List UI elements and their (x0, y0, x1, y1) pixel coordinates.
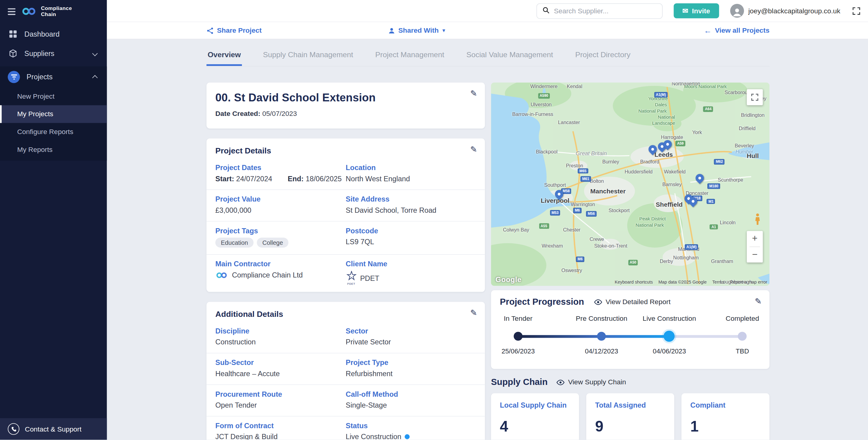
step-label: In Tender (504, 315, 533, 325)
progression-track (500, 335, 761, 338)
tab-project-management[interactable]: Project Management (374, 51, 445, 66)
map[interactable]: WindermereKendalNorthallertonMoors Natio… (491, 83, 770, 286)
step-dot (514, 332, 523, 341)
step-date: 04/12/2023 (585, 347, 618, 355)
search-box[interactable] (536, 3, 662, 19)
report-map-error-link[interactable]: Report a map error (730, 280, 767, 285)
app-logo[interactable]: Compliance Chain (21, 5, 72, 18)
sidebar-item-label: Dashboard (25, 30, 60, 38)
user-menu[interactable]: joey@blackcapitalgroup.co.uk (730, 4, 840, 18)
right-column: WindermereKendalNorthallertonMoors Natio… (491, 83, 770, 440)
sidebar-item-suppliers[interactable]: Suppliers (0, 43, 107, 63)
dates-value: Start: 24/07/2024 End: 18/06/2025 (215, 175, 346, 183)
eye-icon (557, 379, 565, 385)
details-row-value-site: Project Value £3,000,000 Site Address St… (207, 189, 485, 221)
additional-row-procurement-calloff: Procurement Route Open Tender Call-off M… (207, 384, 485, 416)
dates-label: Project Dates (215, 164, 346, 172)
tab-supply-chain-management[interactable]: Supply Chain Management (262, 51, 354, 66)
sidebar-item-my-reports[interactable]: My Reports (0, 141, 107, 158)
action-bar: Share Project Shared With ▾ ← View all P… (107, 22, 868, 39)
edit-title-icon[interactable]: ✎ (470, 89, 477, 99)
local-supply-chain-card[interactable]: Local Supply Chain 4 (491, 393, 579, 440)
sidebar-item-label: Projects (27, 72, 53, 81)
sidebar-item-label: New Project (17, 92, 55, 100)
edit-additional-icon[interactable]: ✎ (470, 308, 477, 318)
shared-with-button[interactable]: Shared With ▾ (388, 27, 445, 34)
supply-chain-cards: Local Supply Chain 4 Total Assigned 9 Co… (491, 393, 770, 440)
menu-icon[interactable] (8, 8, 16, 15)
search-input[interactable] (554, 7, 656, 15)
keyboard-shortcuts-link[interactable]: Keyboard shortcuts (615, 280, 653, 285)
map-label: Barnsley (662, 181, 682, 187)
date-created-label: Date Created: (215, 110, 260, 117)
map-label: Southport (545, 182, 566, 188)
road-badge: M53 (550, 210, 560, 215)
mail-icon: ✉ (682, 7, 688, 15)
discipline-label: Discipline (215, 327, 346, 335)
sidebar-item-dashboard[interactable]: Dashboard (0, 24, 107, 43)
suppliers-icon (8, 49, 18, 58)
project-details-card: ✎ Project Details Project Dates Start: 2… (207, 139, 485, 292)
card-label: Compliant (690, 401, 760, 409)
map-label: Windermere (530, 84, 558, 89)
google-logo: Google (495, 275, 521, 284)
map-label: Chester (563, 227, 581, 233)
road-badge: A64 (703, 106, 713, 112)
zoom-out-button[interactable]: − (747, 247, 763, 262)
phone-icon (8, 423, 19, 435)
total-assigned-card[interactable]: Total Assigned 9 (586, 393, 674, 440)
edit-details-icon[interactable]: ✎ (470, 145, 477, 155)
map-label: Manchester (590, 188, 626, 195)
tab-overview[interactable]: Overview (207, 51, 242, 66)
map-label: Nottingham (673, 255, 699, 260)
step-label: Pre Construction (576, 315, 627, 325)
edit-progression-icon[interactable]: ✎ (755, 296, 762, 306)
map-fullscreen-button[interactable] (747, 89, 763, 105)
calloff-label: Call-off Method (346, 390, 476, 398)
map-label: Stoke-on-Trent (594, 243, 627, 249)
compliant-card[interactable]: Compliant 1 (681, 393, 769, 440)
tab-social-value-management[interactable]: Social Value Management (465, 51, 554, 66)
client-value: PDET PDET (346, 271, 476, 285)
map-label: Derby (660, 259, 673, 264)
map-label: Oswestry (561, 268, 582, 273)
view-all-projects-link[interactable]: ← View all Projects (704, 27, 769, 34)
progression-step: In Tender25/06/2023 (501, 315, 535, 355)
details-row-contractor-client: Main Contractor Compliance Chain Ltd Cli… (207, 254, 485, 292)
additional-details-title: Additional Details (207, 302, 485, 322)
user-email: joey@blackcapitalgroup.co.uk (748, 7, 840, 15)
view-detailed-report-link[interactable]: View Detailed Report (594, 298, 671, 306)
step-date: 04/06/2023 (653, 347, 686, 355)
road-badge: M56 (586, 211, 596, 216)
contact-support-button[interactable]: Contact & Support (0, 418, 107, 440)
client-logo-icon: PDET (346, 271, 357, 285)
share-project-button[interactable]: Share Project (207, 27, 261, 34)
additional-details-card: ✎ Additional Details Discipline Construc… (207, 302, 485, 440)
map-pin[interactable] (694, 172, 706, 184)
sidebar-item-my-projects[interactable]: My Projects (0, 105, 107, 123)
zoom-in-button[interactable]: + (747, 231, 763, 246)
site-address-label: Site Address (346, 195, 476, 203)
fullscreen-icon[interactable] (851, 6, 861, 16)
invite-button[interactable]: ✉ Invite (674, 3, 719, 18)
pegman-icon[interactable] (754, 213, 761, 228)
view-supply-chain-link[interactable]: View Supply Chain (557, 378, 626, 386)
tag-chip: Education (215, 238, 253, 247)
map-label: Stockport (609, 208, 630, 213)
contract-label: Form of Contract (215, 421, 346, 430)
road-badge: M6 (573, 208, 582, 213)
share-project-label: Share Project (217, 27, 261, 34)
map-label: Beverley (735, 143, 754, 148)
eye-icon (594, 299, 602, 305)
sidebar-item-configure-reports[interactable]: Configure Reports (0, 123, 107, 141)
content: Overview Supply Chain Management Project… (107, 39, 868, 440)
road-badge: A59 (675, 141, 685, 146)
project-type-label: Project Type (346, 358, 476, 366)
sidebar-item-new-project[interactable]: New Project (0, 87, 107, 105)
tab-project-directory[interactable]: Project Directory (574, 51, 631, 66)
map-label: Liverpool (541, 197, 569, 204)
terms-link[interactable]: Terms (712, 280, 724, 285)
sidebar-item-projects[interactable]: Projects (0, 66, 107, 87)
postcode-label: Postcode (346, 227, 476, 235)
date-created: Date Created: 05/07/2023 (215, 110, 476, 117)
